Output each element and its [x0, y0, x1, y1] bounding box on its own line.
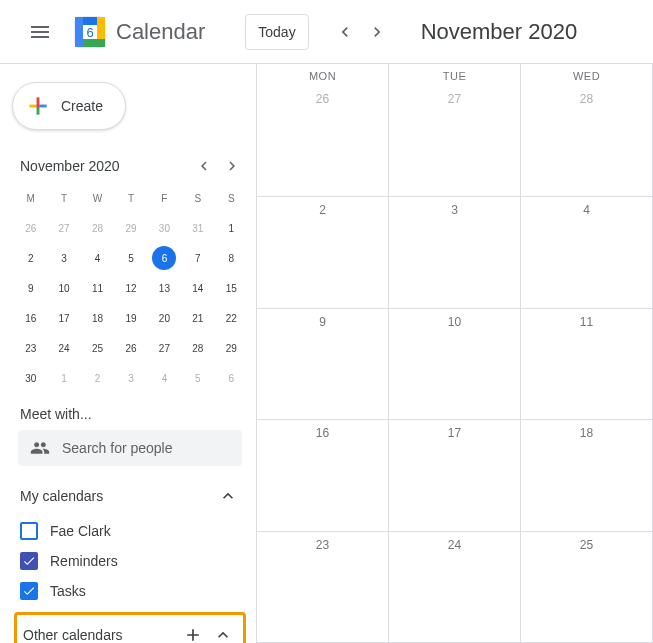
today-button[interactable]: Today: [245, 14, 308, 50]
mini-day-cell[interactable]: 25: [81, 334, 114, 362]
grid-day-cell[interactable]: 27: [389, 86, 521, 197]
mini-day-cell[interactable]: 28: [81, 214, 114, 242]
mini-day-cell[interactable]: 2: [81, 364, 114, 392]
grid-day-cell[interactable]: 11: [521, 309, 653, 420]
mini-day-cell[interactable]: 26: [14, 214, 47, 242]
mini-day-cell[interactable]: 8: [215, 244, 248, 272]
grid-day-cell[interactable]: 4: [521, 197, 653, 308]
mini-day-cell[interactable]: 18: [81, 304, 114, 332]
mini-day-cell[interactable]: 13: [148, 274, 181, 302]
mini-calendar-header: November 2020: [12, 148, 256, 184]
calendar-label: Reminders: [50, 553, 118, 569]
mini-day-cell[interactable]: 27: [148, 334, 181, 362]
mini-day-cell[interactable]: 30: [148, 214, 181, 242]
grid-day-cell[interactable]: 16: [257, 420, 389, 531]
mini-day-cell[interactable]: 14: [181, 274, 214, 302]
grid-day-cell[interactable]: 23: [257, 532, 389, 643]
mini-day-cell[interactable]: 21: [181, 304, 214, 332]
mini-day-cell[interactable]: 26: [114, 334, 147, 362]
mini-day-cell[interactable]: 1: [215, 214, 248, 242]
mini-day-cell[interactable]: 12: [114, 274, 147, 302]
collapse-my-calendars-button[interactable]: [214, 482, 242, 510]
mini-dow-header: S: [215, 184, 248, 212]
mini-day-cell[interactable]: 1: [47, 364, 80, 392]
chevron-right-icon: [223, 157, 241, 175]
mini-day-cell[interactable]: 4: [148, 364, 181, 392]
add-other-calendar-button[interactable]: [179, 621, 207, 643]
grid-day-cell[interactable]: 24: [389, 532, 521, 643]
mini-day-cell[interactable]: 28: [181, 334, 214, 362]
mini-day-cell[interactable]: 30: [14, 364, 47, 392]
calendar-checkbox[interactable]: [20, 582, 38, 600]
grid-dow-header: WED: [521, 64, 653, 86]
mini-day-cell[interactable]: 29: [215, 334, 248, 362]
mini-day-cell[interactable]: 22: [215, 304, 248, 332]
mini-day-cell[interactable]: 5: [181, 364, 214, 392]
mini-day-cell[interactable]: 3: [114, 364, 147, 392]
period-nav: [329, 16, 393, 48]
mini-day-cell[interactable]: 17: [47, 304, 80, 332]
mini-day-cell[interactable]: 9: [14, 274, 47, 302]
grid-day-cell[interactable]: 9: [257, 309, 389, 420]
mini-day-cell[interactable]: 20: [148, 304, 181, 332]
collapse-other-calendars-button[interactable]: [209, 621, 237, 643]
mini-dow-header: S: [181, 184, 214, 212]
mini-day-cell[interactable]: 5: [114, 244, 147, 272]
other-calendars-title: Other calendars: [23, 627, 123, 643]
calendar-label: Tasks: [50, 583, 86, 599]
chevron-left-icon: [335, 22, 355, 42]
grid-day-cell[interactable]: 28: [521, 86, 653, 197]
grid-day-cell[interactable]: 26: [257, 86, 389, 197]
mini-next-button[interactable]: [218, 152, 246, 180]
mini-day-cell[interactable]: 6: [215, 364, 248, 392]
search-placeholder: Search for people: [62, 440, 173, 456]
mini-dow-header: T: [114, 184, 147, 212]
grid-day-cell[interactable]: 25: [521, 532, 653, 643]
mini-day-cell[interactable]: 2: [14, 244, 47, 272]
my-calendars-list: Fae ClarkRemindersTasks: [12, 516, 256, 606]
current-period-label: November 2020: [421, 19, 578, 45]
mini-day-cell[interactable]: 16: [14, 304, 47, 332]
grid-day-cell[interactable]: 10: [389, 309, 521, 420]
mini-day-cell[interactable]: 11: [81, 274, 114, 302]
mini-day-cell[interactable]: 6: [148, 244, 181, 272]
next-period-button[interactable]: [361, 16, 393, 48]
grid-day-cell[interactable]: 3: [389, 197, 521, 308]
mini-dow-header: T: [47, 184, 80, 212]
plus-icon: [183, 625, 203, 643]
chevron-left-icon: [195, 157, 213, 175]
calendar-grid: MONTUEWED26272823491011161718232425: [256, 64, 653, 643]
hamburger-icon: [28, 20, 52, 44]
mini-day-cell[interactable]: 31: [181, 214, 214, 242]
mini-day-cell[interactable]: 15: [215, 274, 248, 302]
mini-day-cell[interactable]: 4: [81, 244, 114, 272]
create-button[interactable]: Create: [12, 82, 126, 130]
calendar-checkbox[interactable]: [20, 522, 38, 540]
mini-day-cell[interactable]: 19: [114, 304, 147, 332]
grid-day-cell[interactable]: 17: [389, 420, 521, 531]
mini-prev-button[interactable]: [190, 152, 218, 180]
create-label: Create: [61, 98, 103, 114]
main-menu-button[interactable]: [16, 8, 64, 56]
mini-day-cell[interactable]: 27: [47, 214, 80, 242]
calendar-list-item[interactable]: Fae Clark: [12, 516, 256, 546]
prev-period-button[interactable]: [329, 16, 361, 48]
mini-calendar-title: November 2020: [20, 158, 120, 174]
mini-day-cell[interactable]: 23: [14, 334, 47, 362]
mini-day-cell[interactable]: 10: [47, 274, 80, 302]
header-bar: 6 Calendar Today November 2020: [0, 0, 653, 64]
mini-day-cell[interactable]: 7: [181, 244, 214, 272]
mini-day-cell[interactable]: 3: [47, 244, 80, 272]
mini-day-cell[interactable]: 24: [47, 334, 80, 362]
calendar-list-item[interactable]: Reminders: [12, 546, 256, 576]
mini-calendar-grid: MTWTFSS262728293031123456789101112131415…: [12, 184, 256, 392]
check-icon: [22, 554, 36, 568]
my-calendars-header[interactable]: My calendars: [12, 466, 256, 516]
calendar-checkbox[interactable]: [20, 552, 38, 570]
other-calendars-header[interactable]: Other calendars: [17, 615, 243, 643]
mini-day-cell[interactable]: 29: [114, 214, 147, 242]
search-people-input[interactable]: Search for people: [18, 430, 242, 466]
calendar-list-item[interactable]: Tasks: [12, 576, 256, 606]
grid-day-cell[interactable]: 2: [257, 197, 389, 308]
grid-day-cell[interactable]: 18: [521, 420, 653, 531]
